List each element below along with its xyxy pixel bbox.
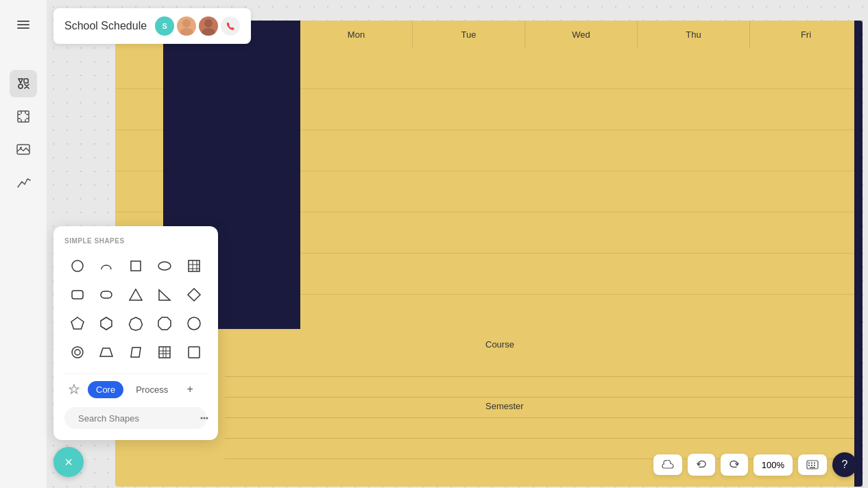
shape-table[interactable]: [181, 253, 207, 279]
svg-rect-33: [159, 347, 170, 358]
collaborators: S: [155, 16, 240, 36]
cloud-save-button[interactable]: [653, 454, 682, 475]
shapes-grid: [64, 253, 207, 365]
zoom-level: 100%: [754, 454, 793, 476]
chart-icon[interactable]: [10, 169, 37, 196]
favorites-icon[interactable]: [64, 380, 84, 399]
semester-label: Semester: [485, 401, 524, 411]
avatar-2: [199, 16, 218, 36]
day-fri: Fri: [750, 21, 863, 48]
schedule-board: Mon Tue Wed Thu Fri Course Semester: [115, 21, 863, 487]
shape-stadium[interactable]: [93, 282, 119, 308]
day-mon: Mon: [300, 21, 413, 48]
svg-point-8: [19, 84, 23, 88]
shape-pentagon[interactable]: [64, 310, 91, 337]
course-label: Course: [485, 339, 514, 350]
shape-grid[interactable]: [152, 339, 178, 365]
svg-rect-9: [18, 111, 29, 122]
svg-point-0: [182, 19, 191, 27]
svg-rect-23: [189, 260, 200, 271]
shape-trapezoid[interactable]: [93, 339, 119, 365]
svg-point-32: [75, 350, 80, 355]
svg-rect-21: [131, 261, 141, 271]
svg-point-42: [204, 417, 206, 419]
svg-point-20: [72, 260, 83, 271]
shape-octagon[interactable]: [152, 310, 178, 337]
shape-hexagon[interactable]: [93, 310, 119, 337]
frame-icon[interactable]: [10, 103, 37, 130]
bottom-toolbar: 100% ?: [653, 452, 857, 477]
svg-rect-51: [810, 467, 815, 469]
svg-point-3: [202, 28, 215, 36]
day-thu: Thu: [638, 21, 750, 48]
header: School Schedule S: [53, 8, 251, 44]
image-icon[interactable]: [10, 136, 37, 163]
undo-button[interactable]: [688, 454, 715, 476]
day-headers: Mon Tue Wed Thu Fri: [300, 21, 863, 48]
shape-diamond[interactable]: [181, 282, 207, 308]
shapes-icon[interactable]: [10, 70, 37, 97]
shape-rounded-rect[interactable]: [64, 282, 91, 308]
svg-rect-49: [811, 465, 812, 466]
close-button[interactable]: ×: [53, 447, 84, 477]
shape-circle[interactable]: [64, 253, 91, 279]
redo-button[interactable]: [721, 454, 748, 476]
shape-nonagon[interactable]: [181, 310, 207, 337]
shape-square[interactable]: [123, 253, 149, 279]
shape-ellipse[interactable]: [152, 253, 178, 279]
avatar-s: S: [155, 16, 174, 36]
svg-rect-29: [101, 291, 112, 298]
svg-rect-38: [189, 347, 200, 358]
svg-point-31: [72, 347, 83, 358]
tab-core[interactable]: Core: [88, 381, 123, 398]
panel-tabs: Core Process +: [64, 374, 207, 399]
svg-rect-28: [72, 291, 83, 299]
grid-lines: [115, 48, 863, 487]
svg-point-2: [204, 19, 213, 27]
svg-rect-47: [814, 463, 815, 464]
panel-section-title: SIMPLE SHAPES: [64, 237, 207, 245]
svg-point-1: [180, 28, 193, 36]
svg-rect-7: [24, 79, 28, 83]
svg-rect-45: [808, 463, 810, 464]
add-tab-button[interactable]: +: [180, 380, 200, 399]
shape-heptagon[interactable]: [123, 310, 149, 337]
shape-parallelogram[interactable]: [123, 339, 149, 365]
svg-rect-50: [814, 465, 815, 466]
svg-rect-48: [808, 465, 810, 466]
document-title: School Schedule: [64, 20, 147, 32]
svg-point-43: [206, 417, 208, 419]
keyboard-button[interactable]: [798, 454, 827, 475]
svg-rect-46: [811, 463, 812, 464]
svg-point-30: [188, 317, 200, 330]
search-input[interactable]: [78, 413, 193, 424]
shape-triangle[interactable]: [123, 282, 149, 308]
help-button[interactable]: ?: [832, 452, 857, 477]
tab-process[interactable]: Process: [128, 381, 176, 398]
menu-icon[interactable]: [10, 11, 37, 38]
svg-point-41: [201, 417, 203, 419]
shape-arc[interactable]: [93, 253, 119, 279]
shape-right-triangle[interactable]: [152, 282, 178, 308]
shape-placeholder[interactable]: [181, 339, 207, 365]
left-sidebar: [0, 0, 47, 488]
search-more-button[interactable]: [199, 413, 210, 424]
shape-ring[interactable]: [64, 339, 91, 365]
svg-point-22: [158, 262, 171, 270]
call-button[interactable]: [221, 16, 240, 36]
day-tue: Tue: [413, 21, 525, 48]
avatar-1: [177, 16, 196, 36]
shapes-panel: SIMPLE SHAPES: [53, 226, 218, 440]
search-row: [64, 407, 207, 429]
day-wed: Wed: [525, 21, 638, 48]
